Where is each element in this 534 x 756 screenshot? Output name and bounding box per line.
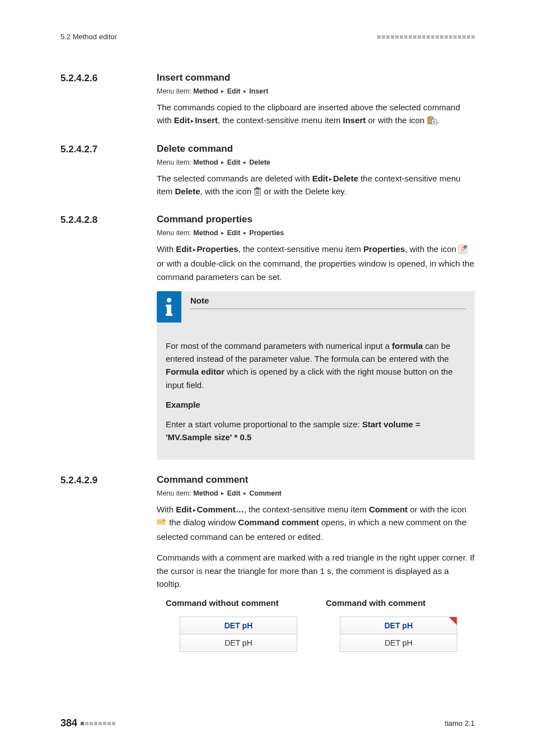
paragraph: With Edit ▸ Properties, the context-sens… xyxy=(157,242,475,283)
comment-marker-icon xyxy=(449,617,457,625)
svg-rect-11 xyxy=(256,187,259,188)
section-insert-command: 5.2.4.2.6 Insert command Menu item: Meth… xyxy=(60,72,475,129)
triangle-icon: ▸ xyxy=(220,490,225,496)
triangle-icon: ▸ xyxy=(242,230,247,236)
command-label: DET pH xyxy=(180,617,297,634)
menu-path: Menu item: Method ▸ Edit ▸ Comment xyxy=(157,489,475,497)
triangle-icon: ▸ xyxy=(242,88,247,94)
example-label: Example xyxy=(166,398,466,411)
menu-path: Menu item: Method ▸ Edit ▸ Delete xyxy=(157,158,475,166)
page-number: 384 xyxy=(60,717,77,729)
triangle-icon: ▸ xyxy=(192,245,197,254)
section-command-comment: 5.2.4.2.9 Command comment Menu item: Met… xyxy=(60,474,475,652)
triangle-icon: ▸ xyxy=(192,506,197,515)
info-icon xyxy=(157,291,181,323)
section-number: 5.2.4.2.8 xyxy=(60,214,157,226)
note-block: Note For most of the command parameters … xyxy=(157,291,475,460)
paragraph: The selected commands are deleted with E… xyxy=(157,172,475,200)
menu-path: Menu item: Method ▸ Edit ▸ Insert xyxy=(157,87,475,95)
product-name: tiamo 2.1 xyxy=(445,719,475,727)
section-title: Command properties xyxy=(157,214,252,226)
command-box-with-comment: DET pH DET pH xyxy=(340,617,457,652)
paragraph: With Edit ▸ Comment…, the context-sensit… xyxy=(157,503,475,544)
triangle-icon: ▸ xyxy=(242,159,247,165)
triangle-icon: ▸ xyxy=(328,175,333,184)
svg-rect-10 xyxy=(254,188,261,189)
runhead-left: 5.2 Method editor xyxy=(60,32,117,41)
footer-ornament xyxy=(81,722,115,725)
note-title: Note xyxy=(190,296,466,309)
svg-rect-22 xyxy=(158,522,164,522)
section-delete-command: 5.2.4.2.7 Delete command Menu item: Meth… xyxy=(60,143,475,200)
section-number: 5.2.4.2.9 xyxy=(60,474,157,486)
svg-rect-21 xyxy=(158,521,164,521)
section-title: Command comment xyxy=(157,474,248,486)
svg-rect-1 xyxy=(429,116,432,118)
properties-icon xyxy=(458,244,467,257)
triangle-icon: ▸ xyxy=(220,88,225,94)
triangle-icon: ▸ xyxy=(190,116,195,125)
section-number: 5.2.4.2.6 xyxy=(60,72,157,84)
note-paragraph: Enter a start volume proportional to the… xyxy=(166,418,466,444)
triangle-icon: ▸ xyxy=(220,230,225,236)
table-header: Command without comment xyxy=(166,598,311,608)
command-label: DET pH xyxy=(340,617,457,634)
command-label: DET pH xyxy=(180,634,297,651)
triangle-icon: ▸ xyxy=(220,159,225,165)
triangle-icon: ▸ xyxy=(242,490,247,496)
svg-point-17 xyxy=(167,298,171,302)
note-body: For most of the command parameters with … xyxy=(157,323,475,460)
paragraph: The commands copied to the clipboard are… xyxy=(157,101,475,129)
trash-icon xyxy=(254,186,261,199)
table-header: Command with comment xyxy=(326,598,471,608)
svg-rect-19 xyxy=(166,305,169,307)
page-footer: 384 tiamo 2.1 xyxy=(60,717,475,729)
paragraph: Commands with a comment are marked with … xyxy=(157,551,475,590)
menu-path: Menu item: Method ▸ Edit ▸ Properties xyxy=(157,229,475,237)
svg-rect-20 xyxy=(166,314,172,316)
page: 5.2 Method editor 5.2.4.2.6 Insert comma… xyxy=(0,0,534,756)
comment-comparison-table: Command without comment Command with com… xyxy=(166,598,475,652)
command-label: DET pH xyxy=(340,634,457,651)
command-box-no-comment: DET pH DET pH xyxy=(180,617,297,652)
section-command-properties: 5.2.4.2.8 Command properties Menu item: … xyxy=(60,214,475,460)
comment-icon xyxy=(157,517,167,530)
paste-icon xyxy=(427,115,437,128)
section-number: 5.2.4.2.7 xyxy=(60,143,157,155)
section-title: Insert command xyxy=(157,72,230,84)
section-title: Delete command xyxy=(157,143,233,155)
note-paragraph: For most of the command parameters with … xyxy=(166,339,466,391)
svg-point-16 xyxy=(463,245,467,249)
running-header: 5.2 Method editor xyxy=(60,32,475,41)
runhead-ornament xyxy=(377,35,475,39)
